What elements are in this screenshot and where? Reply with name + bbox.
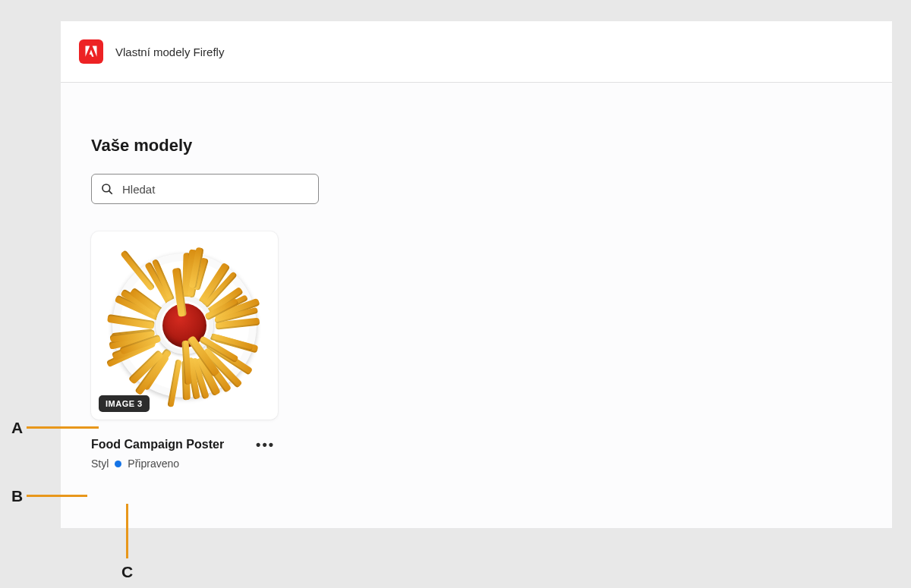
content-area: Vaše modely: [61, 83, 892, 528]
model-thumbnail[interactable]: IMAGE 3: [91, 231, 278, 420]
callout-b-label: B: [11, 487, 23, 505]
thumbnail-image: [112, 253, 257, 398]
search-wrap: [91, 174, 349, 204]
panel-title: Vaše modely: [91, 136, 349, 156]
app-frame: Vlastní modely Firefly Vaše modely: [61, 21, 892, 528]
adobe-logo-icon: [79, 39, 103, 64]
image-version-badge: IMAGE 3: [99, 395, 150, 412]
model-status-label: Připraveno: [128, 458, 179, 470]
card-meta: Food Campaign Poster ••• Styl Připraveno: [91, 436, 278, 470]
callout-a-line: [27, 426, 99, 429]
more-options-button[interactable]: •••: [253, 436, 278, 453]
callout-c-label: C: [121, 563, 133, 581]
page-title: Vlastní modely Firefly: [115, 46, 224, 58]
model-card[interactable]: IMAGE 3 Food Campaign Poster ••• Styl Př…: [91, 231, 278, 470]
status-dot-icon: [115, 461, 121, 467]
callout-c-line: [126, 504, 128, 558]
header: Vlastní modely Firefly: [61, 21, 892, 83]
model-title: Food Campaign Poster: [91, 438, 224, 451]
models-panel: Vaše modely: [91, 136, 349, 470]
search-input[interactable]: [91, 174, 319, 204]
callout-b-line: [27, 495, 87, 497]
model-type-label: Styl: [91, 458, 109, 470]
callout-a-label: A: [11, 419, 23, 437]
